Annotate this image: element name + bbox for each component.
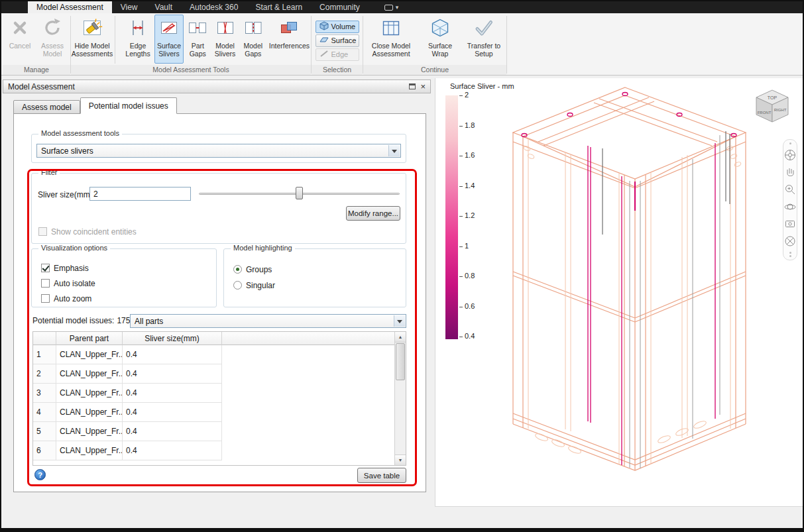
selection-edge-label: Edge	[331, 50, 349, 58]
ribbon: Cancel Assess Model Manage	[1, 13, 803, 76]
legend-tick	[459, 156, 463, 156]
view-cube-top-label[interactable]: TOP	[768, 95, 777, 100]
wireframe-cabinet-model[interactable]	[435, 78, 803, 507]
speech-bubble-icon	[384, 5, 393, 11]
ribbon-group-label-selection: Selection	[312, 65, 363, 75]
parts-filter-dropdown[interactable]: All parts	[130, 314, 406, 328]
feedback-menu-button[interactable]: ▾	[379, 1, 404, 13]
float-panel-icon[interactable]	[409, 83, 416, 89]
groupbox-model-assessment-tools: Model assessment tools Surface slivers	[31, 134, 406, 163]
sliver-size-input[interactable]	[89, 187, 191, 201]
legend-tick-label: 1.4	[465, 182, 475, 189]
table-row[interactable]: 4 CLAN_Upper_Fr... 0.4	[33, 403, 406, 422]
groupbox-filter: Filter Sliver size(mm) Modify range... S…	[31, 173, 406, 244]
look-at-icon[interactable]	[783, 217, 797, 231]
row-sliver-size: 0.4	[123, 403, 222, 422]
emphasis-checkbox[interactable]	[41, 264, 50, 272]
column-header-parent-part[interactable]: Parent part	[56, 332, 123, 345]
groupbox-label: Model highlighting	[231, 244, 295, 252]
row-sliver-size: 0.4	[123, 441, 222, 460]
assess-model-button[interactable]: Assess Model	[36, 15, 68, 64]
help-button[interactable]: ?	[34, 469, 46, 480]
cancel-button[interactable]: Cancel	[5, 15, 35, 64]
table-row[interactable]: 3 CLAN_Upper_Fr... 0.4	[33, 384, 406, 403]
modify-range-button[interactable]: Modify range...	[346, 206, 400, 221]
navbar-grip[interactable]	[789, 252, 791, 257]
panel-titlebar[interactable]: Model Assessment ×	[3, 80, 431, 93]
view-cube-front-label[interactable]: FRONT	[758, 111, 772, 115]
view-cube[interactable]: TOP FRONT RIGHT	[751, 86, 793, 129]
viewport-3d[interactable]: Surface Sliver - mm 2 1.8 1.6 1.4 1.2 1 …	[435, 78, 803, 507]
groupbox-label: Model assessment tools	[38, 129, 122, 137]
auto-zoom-checkbox[interactable]	[41, 294, 50, 303]
singular-radio[interactable]	[233, 281, 242, 290]
groupbox-label: Filter	[38, 168, 60, 176]
pan-hand-icon[interactable]	[783, 166, 797, 179]
scroll-up-icon[interactable]: ▲	[395, 332, 406, 343]
scrollbar-thumb[interactable]	[396, 343, 405, 380]
close-panel-icon[interactable]: ×	[420, 82, 426, 91]
selection-volume-button[interactable]: Volume	[316, 21, 359, 33]
issues-table: Parent part Sliver size(mm) 1 CLAN_Upper…	[32, 331, 406, 466]
table-row[interactable]: 6 CLAN_Upper_Fr... 0.4	[33, 441, 406, 460]
selection-edge-button[interactable]: Edge	[316, 48, 359, 61]
column-header-index[interactable]	[33, 332, 56, 345]
scroll-down-icon[interactable]: ▼	[395, 454, 406, 465]
ribbon-group-label-continue: Continue	[363, 65, 506, 75]
interferences-button[interactable]: Interferences	[268, 15, 311, 64]
menu-tab-community[interactable]: Community	[311, 1, 369, 13]
part-gaps-button[interactable]: Part Gaps	[186, 15, 209, 64]
tab-potential-model-issues[interactable]: Potential model issues	[80, 97, 177, 114]
show-coincident-label: Show coincident entities	[51, 227, 137, 237]
ribbon-group-continue: Close Model Assessment Surface Wrap	[363, 13, 506, 75]
navbar-grip[interactable]	[789, 142, 791, 144]
menu-tab-view[interactable]: View	[112, 1, 146, 13]
dropdown-arrow-icon[interactable]	[394, 315, 405, 327]
sliver-size-slider-thumb[interactable]	[296, 187, 303, 199]
modify-range-label: Modify range...	[348, 209, 398, 217]
model-slivers-icon	[215, 17, 236, 40]
show-coincident-checkbox[interactable]	[38, 227, 47, 236]
full-navigation-wheel-icon[interactable]	[783, 148, 797, 162]
legend-gradient-bar	[445, 95, 458, 339]
tab-assess-model[interactable]: Assess model	[13, 100, 80, 114]
assessment-tool-dropdown[interactable]: Surface slivers	[36, 144, 401, 158]
table-row[interactable]: 2 CLAN_Upper_Fr... 0.4	[33, 364, 406, 384]
menu-tab-start-learn[interactable]: Start & Learn	[247, 1, 311, 13]
menu-tab-autodesk-360[interactable]: Autodesk 360	[181, 1, 247, 13]
model-slivers-button[interactable]: Model Slivers	[211, 15, 238, 64]
model-slivers-label: Model Slivers	[212, 42, 237, 58]
table-scrollbar[interactable]: ▲ ▼	[394, 332, 406, 465]
issues-count-row: Potential model issues: 1754	[32, 316, 135, 325]
groups-label: Groups	[246, 265, 272, 274]
view-cube-right-label[interactable]: RIGHT	[774, 108, 787, 112]
transfer-to-setup-button[interactable]: Transfer to Setup	[464, 15, 504, 64]
row-sliver-size: 0.4	[123, 422, 222, 441]
column-header-sliver-size[interactable]: Sliver size(mm)	[123, 332, 222, 345]
save-table-button[interactable]: Save table	[357, 468, 406, 483]
orbit-icon[interactable]	[783, 200, 797, 213]
surface-slivers-button[interactable]: Surface Slivers	[154, 15, 184, 64]
auto-isolate-checkbox[interactable]	[41, 279, 50, 288]
legend-tick	[459, 95, 463, 96]
table-row[interactable]: 5 CLAN_Upper_Fr... 0.4	[33, 422, 406, 441]
hide-model-assessments-button[interactable]: Hide Model Assessments	[71, 15, 113, 64]
assess-model-label: Assess Model	[37, 42, 68, 58]
row-parent-part: CLAN_Upper_Fr...	[56, 422, 123, 441]
edge-lengths-button[interactable]: Edge Lengths	[123, 15, 152, 64]
transfer-to-setup-label: Transfer to Setup	[465, 42, 503, 58]
groups-radio[interactable]	[233, 265, 242, 274]
column-header-filler	[222, 332, 406, 345]
table-row[interactable]: 1 CLAN_Upper_Fr... 0.4	[33, 345, 406, 364]
dropdown-arrow-icon[interactable]	[388, 145, 400, 156]
model-gaps-button[interactable]: Model Gaps	[241, 15, 266, 64]
selection-surface-button[interactable]: Surface	[316, 34, 359, 47]
legend-tick	[459, 307, 463, 307]
close-model-assessment-button[interactable]: Close Model Assessment	[366, 15, 416, 64]
menu-tab-model-assessment[interactable]: Model Assessment	[28, 1, 112, 13]
emphasis-label: Emphasis	[54, 264, 89, 273]
menu-tab-vault[interactable]: Vault	[146, 1, 181, 13]
surface-wrap-button[interactable]: Surface Wrap	[420, 15, 461, 64]
zoom-icon[interactable]	[783, 183, 797, 196]
wheel-menu-icon[interactable]	[783, 235, 797, 248]
